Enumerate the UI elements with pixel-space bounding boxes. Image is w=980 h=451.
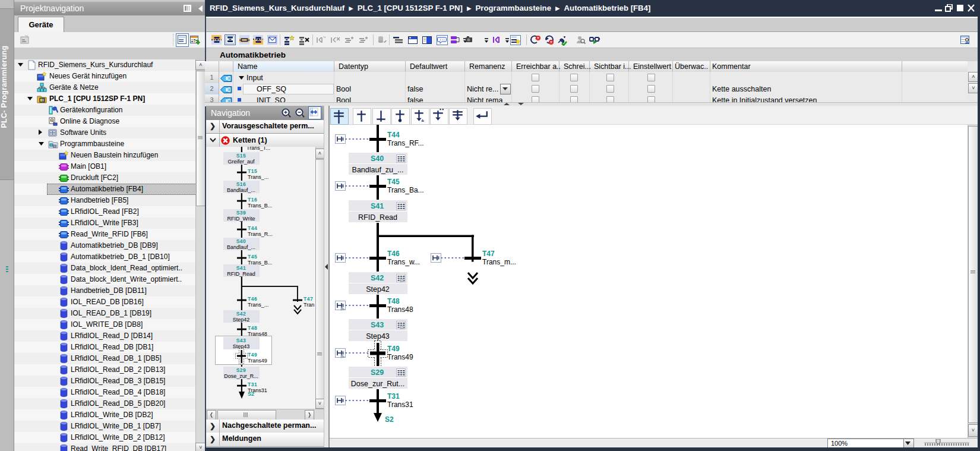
svg-text:RFID_Read: RFID_Read [358,213,397,222]
svg-text:Trans_T...: Trans_T... [246,147,270,151]
svg-text:Dose_zur_Rut...: Dose_zur_Rut... [351,380,404,388]
svg-text:Trans_...: Trans_... [248,302,268,308]
svg-text:S16: S16 [236,181,246,187]
svg-text:S43: S43 [236,338,246,343]
svg-text:Trans_...: Trans_... [248,174,268,180]
svg-text:S40: S40 [371,154,384,163]
svg-text:Trans_Ba...: Trans_Ba... [387,186,424,194]
svg-text:T46: T46 [248,296,257,302]
svg-text:T44: T44 [387,131,400,139]
svg-text:T44: T44 [248,225,257,231]
svg-text:T16: T16 [248,197,257,203]
svg-text:T48: T48 [387,297,400,305]
svg-text:T47: T47 [482,250,495,258]
svg-text:T47: T47 [304,296,313,302]
svg-text:S29: S29 [371,368,384,377]
svg-text:Step42: Step42 [366,285,390,294]
svg-text:Step42: Step42 [233,317,250,323]
svg-text:RFID_Write: RFID_Write [227,216,255,222]
svg-text:Greifer_auf: Greifer_auf [227,159,255,165]
svg-text:Tran: Tran [304,302,314,308]
svg-text:Step43: Step43 [366,332,390,340]
svg-text:S40: S40 [236,238,246,244]
svg-text:Trans_m...: Trans_m... [482,258,516,266]
svg-text:Bandlauf_zu_...: Bandlauf_zu_... [352,166,404,174]
svg-text:Trans49: Trans49 [248,358,267,364]
svg-text:T31: T31 [387,392,400,400]
svg-text:T49: T49 [387,345,400,353]
svg-text:Bandlauf_...: Bandlauf_... [227,187,255,193]
svg-text:T48: T48 [248,325,257,331]
svg-text:S2: S2 [385,415,394,424]
svg-text:S29: S29 [236,367,246,373]
svg-text:Step43: Step43 [233,343,250,349]
svg-text:T31: T31 [248,381,257,387]
svg-text:Bandlauf_...: Bandlauf_... [227,244,255,250]
svg-text:S39: S39 [236,210,246,216]
svg-text:S42: S42 [236,311,246,317]
svg-text:S41: S41 [236,265,246,271]
svg-text:S2: S2 [248,391,254,397]
svg-text:RFID_Read: RFID_Read [227,271,255,277]
svg-text:T49: T49 [248,352,257,358]
svg-text:T45: T45 [387,178,400,186]
svg-text:S42: S42 [371,274,384,282]
svg-text:T45: T45 [248,254,257,260]
svg-text:Trans48: Trans48 [387,305,413,314]
svg-text:T46: T46 [387,250,400,258]
svg-text:S43: S43 [371,321,384,329]
svg-text:Trans_w...: Trans_w... [387,258,420,266]
svg-text:S41: S41 [371,202,384,210]
svg-text:Trans_R...: Trans_R... [248,231,273,237]
svg-text:Dose_zur_R...: Dose_zur_R... [224,373,258,379]
svg-text:Trans_RF...: Trans_RF... [387,139,424,147]
svg-text:Trans49: Trans49 [387,353,413,361]
svg-text:T15: T15 [248,168,257,174]
svg-text:Trans31: Trans31 [387,400,413,409]
svg-text:S15: S15 [236,153,246,159]
svg-text:Trans_B...: Trans_B... [248,203,272,209]
